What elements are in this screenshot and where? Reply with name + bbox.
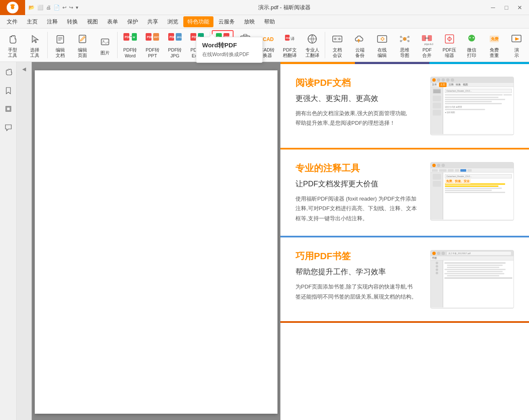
select-tool-button[interactable]: 选择工具 [24, 30, 45, 60]
window-title: 演示.pdf - 福昕阅读器 [82, 4, 487, 11]
cloud-label: 云端备份 [355, 47, 365, 58]
maximize-button[interactable]: □ [501, 2, 512, 13]
menu-home[interactable]: 主页 [23, 16, 42, 27]
feature-read-desc: 拥有出色的文档渲染效果,强大的页面管理功能,帮助提升效率,是您阅读PDF的理想选… [295, 108, 418, 128]
pdf-compress-button[interactable]: PDF压缩器 [439, 30, 460, 60]
meeting-button[interactable]: 文档会议 [327, 30, 348, 60]
pdf-to-jpg-button[interactable]: PDF JPG PDF转JPG [164, 30, 185, 60]
cursor-icon [27, 32, 42, 46]
sidebar-layers[interactable] [2, 102, 15, 116]
feature-read-image: 文件 主页 注释 转换 视图 [430, 77, 514, 135]
pdf-to-ppt-button[interactable]: PDF PPT PDF转PPT [142, 30, 163, 60]
close-button[interactable]: ✕ [514, 2, 526, 13]
menu-special[interactable]: 特色功能 [183, 16, 213, 27]
mindmap-icon [397, 32, 412, 46]
merge-icon: PDF合并 [419, 32, 434, 46]
menu-help[interactable]: 帮助 [260, 16, 279, 27]
undo-icon[interactable]: ↩ [62, 5, 67, 10]
menu-protect[interactable]: 保护 [123, 16, 142, 27]
meeting-label: 文档会议 [333, 47, 342, 58]
svg-point-1 [11, 6, 14, 9]
compress-icon [442, 32, 457, 46]
svg-text:PDF合并: PDF合并 [424, 43, 433, 45]
quick-access-icon4[interactable]: 📄 [54, 5, 60, 10]
feature-read-section: 阅读PDF文档 更强大、更实用、更高效 拥有出色的文档渲染效果,强大的页面管理功… [280, 64, 529, 149]
feature-annotate-section: 专业的注释工具 让PDF文档发挥更大价值 使用福昕PDF阅读器 (foxit r… [280, 149, 529, 237]
wechat-print-button[interactable]: 微信打印 [461, 30, 483, 60]
feature-bookmark-text: 巧用PDF书签 帮助您提升工作、学习效率 为PDF页面添加书签,除了实现内容的快… [295, 250, 418, 301]
svg-rect-6 [79, 35, 86, 43]
quick-access-icon2[interactable]: ⬜ [37, 5, 44, 10]
image-icon [98, 34, 113, 49]
sidebar-comment[interactable] [2, 121, 15, 134]
minimize-button[interactable]: ─ [487, 2, 499, 13]
pdf-page [35, 70, 277, 414]
sidebar-hand-tool[interactable] [2, 65, 15, 79]
pdf-viewer[interactable] [32, 62, 280, 420]
menu-cloud[interactable]: 云服务 [214, 16, 239, 27]
svg-text:PDF: PDF [286, 37, 291, 39]
feature-annotate-desc: 使用福昕PDF阅读器 (foxit reader) 为PDF文件添加注释,可对P… [295, 194, 418, 223]
edit-page-button[interactable]: 编辑页面 [72, 30, 93, 60]
cloud-button[interactable]: 云端备份 [349, 30, 370, 60]
svg-point-58 [468, 35, 475, 41]
tooltip-arrow [209, 34, 216, 37]
pdf-merge-button[interactable]: PDF合并 PDF合并 [416, 30, 438, 60]
svg-point-41 [338, 38, 341, 40]
pdf-jpg-icon: PDF JPG [167, 31, 182, 46]
menu-form[interactable]: 表单 [103, 16, 122, 27]
free-icon: 免费 [487, 32, 502, 46]
pro-translate-label: 专业人工翻译 [306, 47, 319, 58]
word-pdf-tooltip: Word转PDF 在线Word转换成PDF [196, 37, 263, 63]
pdf-word-icon: PDF W [123, 31, 138, 46]
sidebar-bookmark[interactable] [2, 84, 15, 97]
demo-button[interactable]: 演示 [506, 30, 527, 60]
pro-translate-button[interactable]: 专业人工翻译 [301, 30, 323, 60]
menu-convert[interactable]: 转换 [63, 16, 82, 27]
collapse-arrow[interactable]: ◀ [22, 66, 26, 72]
menu-file[interactable]: 文件 [3, 16, 22, 27]
pdf-ppt-icon: PDF PPT [145, 31, 160, 46]
mindmap-button[interactable]: 思维导图 [394, 30, 415, 60]
customize-icon[interactable]: ▾ [76, 5, 78, 10]
titlebar: 📂 ⬜ 🖨 📄 ↩ ↪ ▾ 演示.pdf - 福昕阅读器 ─ □ ✕ [0, 0, 529, 15]
toolbar: 手型工具 选择工具 编辑文档 编辑页面 图片 PDF [0, 28, 529, 62]
edit-page-icon [75, 32, 90, 46]
menu-share[interactable]: 共享 [143, 16, 162, 27]
menu-annotate[interactable]: 注释 [43, 16, 62, 27]
menu-browse[interactable]: 浏览 [163, 16, 182, 27]
pdf-merge-label: PDF合并 [422, 47, 431, 58]
quick-access-icon[interactable]: 📂 [28, 5, 35, 10]
quick-access-icon3[interactable]: 🖨 [46, 5, 51, 10]
feature-bookmark-subtitle: 帮助您提升工作、学习效率 [295, 267, 418, 277]
pdf-to-word-label: PDF转Word [123, 47, 137, 58]
svg-rect-43 [377, 36, 387, 42]
menu-view[interactable]: 视图 [83, 16, 102, 27]
demo-icon [509, 32, 524, 46]
svg-text:PDF: PDF [125, 36, 131, 39]
image-label: 图片 [100, 50, 110, 56]
pdf-compress-label: PDF压缩器 [442, 47, 456, 58]
svg-text:CAD: CAD [263, 36, 274, 42]
menu-present[interactable]: 放映 [240, 16, 259, 27]
app-logo [0, 0, 25, 15]
image-button[interactable]: 图片 [94, 30, 116, 60]
online-edit-button[interactable]: 在线编辑 [372, 30, 393, 60]
svg-text:免费: 免费 [490, 37, 498, 41]
pdf-translate-label: PDF文档翻译 [283, 47, 297, 58]
free-check-label: 免费查重 [490, 47, 499, 58]
content-area: 阅读PDF文档 更强大、更实用、更高效 拥有出色的文档渲染效果,强大的页面管理功… [280, 62, 529, 420]
svg-text:PDF: PDF [169, 36, 176, 39]
hand-tool-label: 手型工具 [8, 47, 17, 58]
pdf-to-word-button[interactable]: PDF W PDF转Word [119, 30, 141, 60]
redo-icon[interactable]: ↪ [69, 5, 73, 10]
svg-rect-32 [244, 34, 247, 36]
separator2 [117, 32, 118, 58]
free-check-button[interactable]: 免费 免费查重 [483, 30, 505, 60]
select-tool-label: 选择工具 [30, 47, 39, 58]
wechat-print-icon [464, 32, 479, 46]
edit-doc-button[interactable]: 编辑文档 [49, 30, 71, 60]
svg-text:PPT: PPT [154, 36, 159, 39]
hand-tool-button[interactable]: 手型工具 [2, 30, 23, 60]
pdf-translate-button[interactable]: PDF 译 PDF文档翻译 [279, 30, 300, 60]
